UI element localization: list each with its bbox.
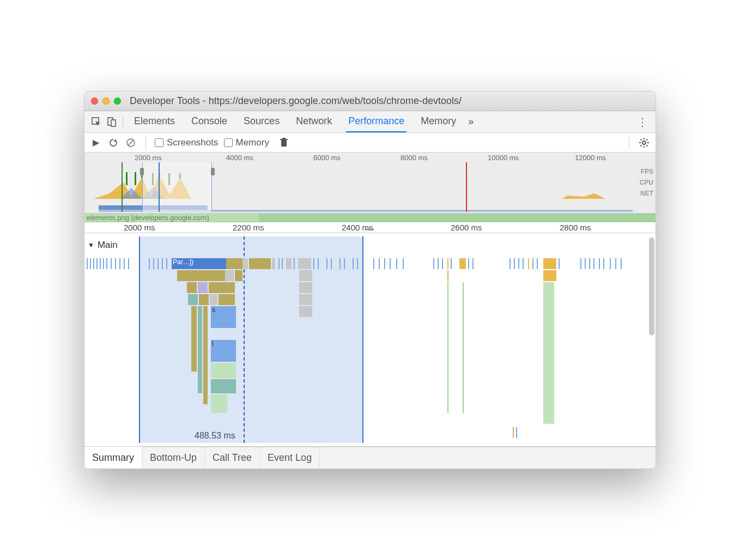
dtab-bottom-up[interactable]: Bottom-Up — [142, 447, 205, 468]
traffic-lights — [91, 98, 121, 105]
svg-line-4 — [128, 140, 134, 145]
divider — [629, 137, 629, 149]
flame-bar[interactable] — [226, 258, 242, 269]
flame-bar[interactable] — [211, 363, 236, 378]
flame-bar[interactable] — [198, 306, 202, 393]
flame-bar[interactable] — [459, 258, 466, 269]
flame-bar[interactable] — [188, 294, 198, 305]
overview-selection[interactable] — [142, 162, 212, 212]
titlebar[interactable]: Developer Tools - https://developers.goo… — [84, 92, 656, 111]
ruler-grip-icon[interactable]: ••• — [365, 226, 375, 234]
flame-bar-l[interactable]: l — [211, 340, 236, 362]
clear-icon[interactable] — [125, 137, 137, 149]
inspect-icon[interactable] — [89, 114, 104, 130]
svg-rect-5 — [281, 140, 287, 147]
flame-bar[interactable] — [299, 306, 312, 317]
overview-tick: 10000 ms — [488, 154, 519, 162]
frames-strip: elements.png (developers.google.com) — [84, 214, 656, 222]
flame-bar[interactable] — [272, 258, 275, 269]
flame-bar[interactable] — [211, 379, 236, 393]
flame-bar[interactable] — [219, 294, 235, 305]
flame-bar[interactable] — [225, 270, 234, 281]
memory-input[interactable] — [224, 138, 233, 147]
flame-bar[interactable] — [543, 270, 556, 281]
close-icon[interactable] — [91, 98, 98, 105]
panel-tabs: Elements Console Sources Network Perform… — [132, 111, 458, 132]
flame-chart[interactable]: ▼ Main 488.53 ms — [84, 233, 656, 447]
svg-point-8 — [642, 141, 646, 144]
svg-line-16 — [646, 139, 647, 140]
flame-bar[interactable] — [299, 294, 312, 305]
overview-tick: 12000 ms — [575, 154, 606, 162]
overview-lane-labels: FPS CPU NET — [640, 168, 653, 197]
flame-bar[interactable] — [242, 258, 248, 269]
svg-rect-7 — [282, 138, 286, 139]
flame-bar[interactable] — [199, 294, 209, 305]
flame-bar-s[interactable]: s — [211, 306, 236, 328]
flame-bar[interactable] — [543, 258, 556, 269]
fps-label: FPS — [640, 168, 653, 175]
detail-ruler[interactable]: elements.png (developers.google.com) 200… — [84, 214, 656, 233]
flame-bar[interactable] — [235, 270, 242, 281]
frame-resource-label: elements.png (developers.google.com) — [87, 214, 209, 222]
flame-bar[interactable] — [187, 282, 197, 293]
ruler-tick: 2800 ms — [560, 223, 591, 232]
overview-tick: 2000 ms — [135, 154, 162, 162]
tab-elements[interactable]: Elements — [132, 111, 177, 132]
ruler-tick: 2200 ms — [233, 223, 264, 232]
overview-tick: 8000 ms — [401, 154, 428, 162]
tab-sources[interactable]: Sources — [241, 111, 282, 132]
flame-bar[interactable] — [211, 394, 227, 413]
flame-bar[interactable] — [198, 282, 208, 293]
flame-bar[interactable] — [298, 258, 311, 269]
overview-tick: 6000 ms — [313, 154, 341, 162]
more-tabs-icon[interactable]: » — [468, 116, 474, 127]
flame-bar[interactable] — [210, 294, 217, 305]
record-icon[interactable]: ▶ — [90, 137, 102, 149]
memory-checkbox[interactable]: Memory — [224, 137, 269, 148]
selection-duration: 488.53 ms — [195, 431, 235, 441]
flame-bar[interactable] — [191, 306, 197, 372]
flame-bar[interactable] — [299, 270, 312, 281]
memory-label: Memory — [236, 137, 269, 148]
svg-line-13 — [641, 139, 642, 140]
minimize-icon[interactable] — [102, 98, 110, 105]
tab-performance[interactable]: Performance — [346, 111, 407, 132]
dtab-event-log[interactable]: Event Log — [260, 447, 320, 468]
flame-bar[interactable] — [177, 270, 225, 281]
overview-graph[interactable] — [93, 162, 630, 212]
device-toggle-icon[interactable] — [104, 114, 119, 130]
svg-rect-6 — [280, 139, 288, 140]
flame-task[interactable]: Par…]) — [172, 258, 226, 269]
screenshots-checkbox[interactable]: Screenshots — [155, 137, 219, 148]
flame-bar[interactable] — [249, 258, 271, 269]
zoom-icon[interactable] — [114, 98, 121, 105]
tab-console[interactable]: Console — [189, 111, 229, 132]
selection-handle-left[interactable] — [140, 168, 144, 175]
flame-canvas[interactable]: 488.53 ms — [84, 233, 648, 446]
dtab-summary[interactable]: Summary — [84, 447, 142, 468]
tab-memory[interactable]: Memory — [418, 111, 458, 132]
settings-icon[interactable] — [638, 137, 650, 149]
flame-bar[interactable] — [203, 306, 208, 404]
panel-tabstrip: Elements Console Sources Network Perform… — [84, 111, 656, 133]
reload-icon[interactable] — [107, 137, 119, 149]
kebab-menu-icon[interactable]: ⋮ — [634, 115, 651, 129]
perf-toolbar: ▶ Screenshots Memory — [84, 133, 656, 153]
flame-scrollbar[interactable] — [649, 238, 654, 336]
selection-handle-right[interactable] — [211, 168, 215, 175]
ruler-tick: 2600 ms — [451, 223, 482, 232]
ruler-tick: 2000 ms — [124, 223, 155, 232]
screenshots-input[interactable] — [155, 138, 163, 147]
flame-bar[interactable] — [286, 258, 292, 269]
details-tabs: Summary Bottom-Up Call Tree Event Log — [84, 447, 656, 468]
devtools-window: Developer Tools - https://developers.goo… — [84, 91, 656, 469]
tab-network[interactable]: Network — [294, 111, 334, 132]
overview-timeline[interactable]: 2000 ms 4000 ms 6000 ms 8000 ms 10000 ms… — [84, 153, 656, 214]
flame-bar[interactable] — [543, 282, 554, 424]
gc-icon[interactable] — [278, 137, 290, 149]
flame-bar[interactable] — [299, 282, 312, 293]
dtab-call-tree[interactable]: Call Tree — [205, 447, 260, 468]
flame-bar[interactable] — [209, 282, 235, 293]
svg-line-14 — [646, 145, 647, 146]
